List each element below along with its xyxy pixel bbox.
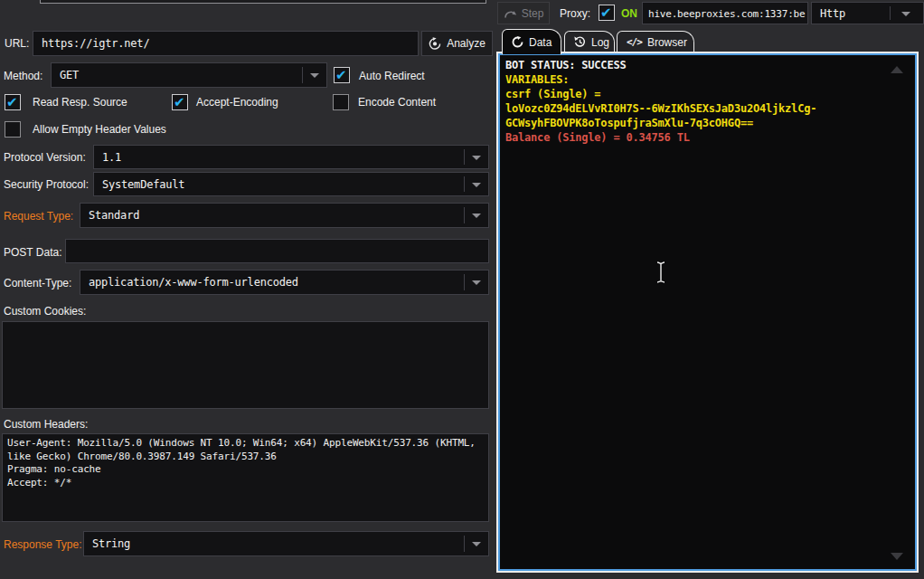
tab-log-label: Log [591,36,609,49]
content-type-label: Content-Type: [4,277,71,290]
chevron-down-icon [472,183,481,187]
custom-headers-label: Custom Headers: [4,418,88,431]
url-input[interactable]: https://igtr.net/ [33,31,419,56]
refresh-icon [512,36,523,48]
custom-cookies-textarea[interactable] [2,321,489,409]
tab-browser[interactable]: </> Browser [617,31,694,52]
proxy-on-badge: ON [621,7,637,20]
balance-variable-line: Balance (Single) = 0.34756 TL [505,130,816,145]
allow-empty-header-values-label: Allow Empty Header Values [33,123,166,136]
analyze-button-label: Analyze [447,37,486,50]
accept-encoding-label: Accept-Encoding [196,96,278,109]
tab-data[interactable]: Data [502,29,561,54]
proxy-checkbox[interactable] [599,5,615,21]
analyze-orbit-icon [429,37,441,50]
security-protocol-dropdown[interactable]: SystemDefault [93,172,489,196]
csrf-variable-line: csrf (Single) = [505,87,816,101]
bot-output-text: BOT STATUS: SUCCESS VARIABLES: csrf (Sin… [505,58,816,145]
chevron-down-icon [472,156,481,160]
scroll-down-icon[interactable] [891,553,903,560]
code-icon: </> [627,36,642,48]
post-data-input[interactable] [65,239,489,263]
bot-data-output-panel[interactable]: BOT STATUS: SUCCESS VARIABLES: csrf (Sin… [496,52,919,573]
tab-browser-label: Browser [647,36,687,49]
request-type-dropdown[interactable]: Standard [80,203,489,228]
proxy-host-input[interactable]: hive.beeproxies.com:1337:be [642,2,808,24]
scroll-up-icon[interactable] [891,66,903,73]
analyze-button[interactable]: Analyze [421,31,493,56]
read-resp-source-checkbox[interactable] [5,94,21,110]
custom-headers-textarea[interactable]: User-Agent: Mozilla/5.0 (Windows NT 10.0… [2,433,489,522]
app-window: URL: https://igtr.net/ Analyze Method: G… [0,0,924,579]
proxy-type-dropdown[interactable]: Http [811,2,924,24]
custom-cookies-label: Custom Cookies: [4,305,86,318]
chevron-down-icon [472,280,481,285]
chevron-down-icon [472,214,481,218]
read-resp-source-label: Read Resp. Source [33,96,127,109]
method-label: Method: [4,70,42,82]
step-arrow-icon [504,8,517,19]
request-type-label: Request Type: [4,210,73,223]
text-cursor-ibeam [655,260,667,289]
encode-content-checkbox[interactable] [333,94,349,110]
chevron-down-icon [901,12,910,16]
accept-encoding-checkbox[interactable] [172,94,188,110]
url-label: URL: [5,37,29,50]
method-dropdown[interactable]: GET [51,62,327,88]
encode-content-label: Encode Content [358,96,436,109]
csrf-value-line-1: loVozc0Z94dELVvRI0H7S--6WzIKhSEXsJaD3u2O… [505,101,816,116]
protocol-version-label: Protocol Version: [4,151,86,164]
bot-status-line: BOT STATUS: SUCCESS [505,58,816,72]
proxy-label: Proxy: [560,7,590,20]
content-type-dropdown[interactable]: application/x-www-form-urlencoded [80,270,489,295]
post-data-label: POST Data: [4,246,61,259]
step-button[interactable]: Step [497,2,550,24]
allow-empty-header-values-checkbox[interactable] [5,121,21,138]
response-type-dropdown[interactable]: String [83,531,489,556]
security-protocol-label: Security Protocol: [4,178,89,191]
auto-redirect-checkbox[interactable] [334,67,350,83]
chevron-down-icon [472,542,481,546]
history-icon [574,36,586,48]
tab-data-label: Data [529,36,552,49]
response-type-label: Response Type: [4,538,82,551]
partial-top-field[interactable] [40,0,486,4]
tab-log[interactable]: Log [564,31,615,52]
variables-heading: VARIABLES: [505,72,816,87]
chevron-down-icon [310,73,319,78]
auto-redirect-label: Auto Redirect [359,70,425,82]
csrf-value-line-2: GCWsyhFBOVPK8oTospufjraSmXlu-7q3cOHGQ== [505,116,816,130]
protocol-version-dropdown[interactable]: 1.1 [93,145,489,169]
step-button-label: Step [522,7,544,20]
